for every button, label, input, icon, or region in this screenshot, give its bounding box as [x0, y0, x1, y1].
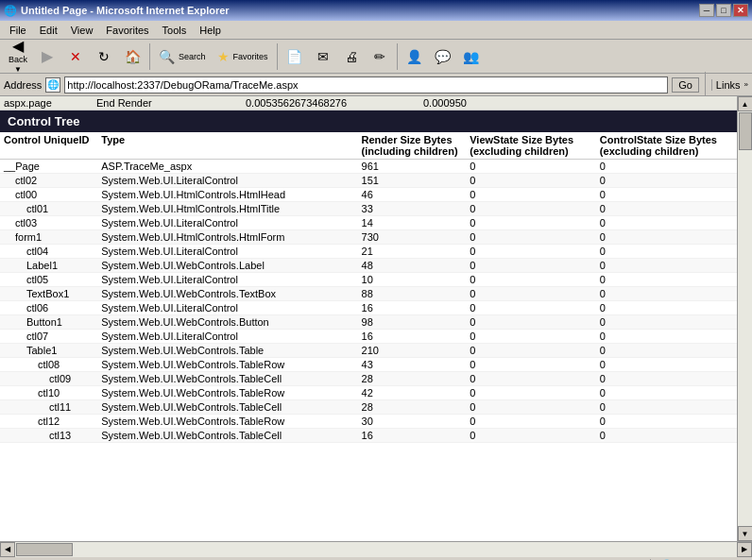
- cell-id: ctl06: [0, 301, 97, 315]
- stop-button[interactable]: ✕: [62, 42, 89, 71]
- cell-id: Button1: [0, 315, 97, 330]
- cell-render-size: 98: [358, 315, 467, 330]
- edit-icon: ✏: [374, 50, 385, 63]
- control-tree-title: Control Tree: [8, 114, 80, 128]
- cell-id: ctl02: [0, 174, 97, 188]
- cell-render-size: 151: [358, 174, 467, 188]
- favorites-button[interactable]: ★ Favorites: [213, 42, 273, 71]
- cell-type: System.Web.UI.WebControls.TableRow: [97, 358, 357, 372]
- table-row: ctl04System.Web.UI.LiteralControl2100: [0, 245, 737, 259]
- horizontal-scrollbar[interactable]: ◀ ▶: [0, 541, 752, 556]
- scroll-track-h[interactable]: [15, 542, 737, 557]
- cell-controlstate: 0: [596, 330, 737, 344]
- favorites-icon: ★: [217, 50, 230, 63]
- table-row: __PageASP.TraceMe_aspx96100: [0, 160, 737, 174]
- menu-favorites[interactable]: Favorites: [100, 23, 154, 38]
- home-button[interactable]: 🏠: [119, 42, 145, 71]
- edit-button[interactable]: ✏: [367, 42, 393, 71]
- cell-id: ctl00: [0, 188, 97, 202]
- close-button[interactable]: ✕: [733, 4, 748, 17]
- cell-type: System.Web.UI.WebControls.Table: [97, 344, 357, 358]
- vertical-scrollbar[interactable]: ▲ ▼: [737, 96, 752, 541]
- refresh-button[interactable]: ↻: [91, 42, 117, 71]
- page-icon: 🌐: [45, 77, 60, 93]
- table-row: ctl00System.Web.UI.HtmlControls.HtmlHead…: [0, 188, 737, 202]
- cell-id: ctl12: [0, 415, 97, 429]
- scroll-left-button[interactable]: ◀: [0, 542, 15, 557]
- back-button[interactable]: ◀ Back ▼: [4, 42, 32, 71]
- contacts-button[interactable]: 👥: [458, 42, 485, 71]
- scroll-right-button[interactable]: ▶: [737, 542, 752, 557]
- cell-viewstate: 0: [466, 400, 596, 415]
- cell-viewstate: 0: [466, 358, 596, 372]
- cell-type: System.Web.UI.HtmlControls.HtmlForm: [97, 230, 357, 245]
- cell-controlstate: 0: [596, 287, 737, 301]
- media-icon: 📄: [286, 50, 302, 63]
- cell-render-size: 42: [358, 386, 467, 400]
- scroll-down-button[interactable]: ▼: [738, 526, 753, 541]
- mail-icon: ✉: [317, 50, 329, 63]
- back-label: Back: [9, 55, 27, 64]
- cell-controlstate: 0: [596, 202, 737, 216]
- title-bar: 🌐 Untitled Page - Microsoft Internet Exp…: [0, 0, 752, 21]
- menu-file[interactable]: File: [4, 23, 32, 38]
- cell-type: ASP.TraceMe_aspx: [97, 160, 357, 174]
- control-tree-table: Control UniqueID Type Render Size Bytes …: [0, 132, 737, 443]
- cell-id: ctl13: [0, 429, 97, 443]
- scroll-up-button[interactable]: ▲: [738, 96, 753, 111]
- cell-id: ctl10: [0, 386, 97, 400]
- menu-tools[interactable]: Tools: [157, 23, 193, 38]
- col-header-type: Type: [97, 132, 357, 160]
- cell-viewstate: 0: [466, 287, 596, 301]
- cell-render-size: 46: [358, 188, 467, 202]
- table-row: Table1System.Web.UI.WebControls.Table210…: [0, 344, 737, 358]
- cell-render-size: 48: [358, 259, 467, 273]
- chat-button[interactable]: 💬: [430, 42, 456, 71]
- table-row: ctl12System.Web.UI.WebControls.TableRow3…: [0, 415, 737, 429]
- col-header-id: Control UniqueID: [0, 132, 97, 160]
- maximize-button[interactable]: □: [716, 4, 731, 17]
- menu-help[interactable]: Help: [194, 23, 227, 38]
- table-row: ctl02System.Web.UI.LiteralControl15100: [0, 174, 737, 188]
- table-row: Button1System.Web.UI.WebControls.Button9…: [0, 315, 737, 330]
- scroll-thumb-v[interactable]: [739, 112, 752, 150]
- print-button[interactable]: 🖨: [338, 42, 365, 71]
- minimize-button[interactable]: ─: [699, 4, 714, 17]
- table-row: ctl03System.Web.UI.LiteralControl1400: [0, 216, 737, 230]
- cell-render-size: 16: [358, 429, 467, 443]
- cell-viewstate: 0: [466, 386, 596, 400]
- scroll-thumb-h[interactable]: [16, 543, 73, 556]
- mail-button[interactable]: ✉: [310, 42, 336, 71]
- table-row: form1System.Web.UI.HtmlControls.HtmlForm…: [0, 230, 737, 245]
- menu-view[interactable]: View: [65, 23, 99, 38]
- cell-viewstate: 0: [466, 344, 596, 358]
- toolbar-separator-1: [149, 43, 150, 70]
- cell-render-size: 28: [358, 400, 467, 415]
- forward-button[interactable]: ▶: [34, 42, 60, 71]
- cell-id: Label1: [0, 259, 97, 273]
- top-row-col2: End Render: [96, 97, 238, 109]
- content-area: aspx.page End Render 0.0053562673468276 …: [0, 96, 737, 541]
- cell-type: System.Web.UI.WebControls.Button: [97, 315, 357, 330]
- go-button[interactable]: Go: [672, 77, 699, 93]
- cell-render-size: 16: [358, 301, 467, 315]
- table-row: ctl13System.Web.UI.WebControls.TableCell…: [0, 429, 737, 443]
- address-input[interactable]: [64, 76, 668, 93]
- back-icon: ◀: [12, 39, 24, 54]
- cell-controlstate: 0: [596, 245, 737, 259]
- cell-type: System.Web.UI.HtmlControls.HtmlHead: [97, 188, 357, 202]
- search-button[interactable]: 🔍 Search: [154, 42, 211, 71]
- cell-viewstate: 0: [466, 429, 596, 443]
- search-icon: 🔍: [159, 50, 175, 63]
- cell-viewstate: 0: [466, 202, 596, 216]
- cell-controlstate: 0: [596, 358, 737, 372]
- cell-type: System.Web.UI.LiteralControl: [97, 245, 357, 259]
- messenger-button[interactable]: 👤: [402, 42, 428, 71]
- scroll-track-v[interactable]: [738, 111, 753, 526]
- cell-viewstate: 0: [466, 273, 596, 287]
- cell-viewstate: 0: [466, 216, 596, 230]
- media-button[interactable]: 📄: [282, 42, 308, 71]
- browser-icon: 🌐: [4, 5, 17, 17]
- cell-controlstate: 0: [596, 415, 737, 429]
- menu-edit[interactable]: Edit: [34, 23, 63, 38]
